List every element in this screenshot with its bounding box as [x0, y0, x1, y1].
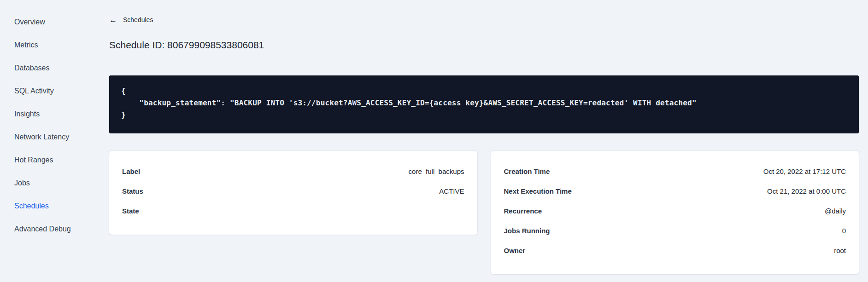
detail-row-label: Creation Time: [504, 167, 550, 175]
sidebar-item[interactable]: Overview: [14, 11, 109, 34]
detail-row: Label core_full_backups: [122, 161, 464, 181]
schedule-details-card: Label core_full_backups Status ACTIVE St…: [109, 151, 477, 235]
detail-row-label: Recurrence: [504, 207, 542, 215]
sidebar-item[interactable]: Advanced Debug: [14, 218, 109, 241]
sidebar-item-label: Network Latency: [14, 133, 69, 141]
detail-row-value: Oct 20, 2022 at 17:12 UTC: [763, 167, 846, 175]
sidebar-item[interactable]: Hot Ranges: [14, 149, 109, 172]
detail-row-label: Jobs Running: [504, 227, 550, 235]
sidebar-item-label: SQL Activity: [14, 87, 54, 95]
detail-row-value: 0: [842, 227, 846, 235]
code-line: {: [121, 85, 847, 97]
schedule-definition-code: { "backup_statement": "BACKUP INTO 's3:/…: [109, 75, 859, 133]
sidebar-item-label: Insights: [14, 110, 40, 118]
page-title: Schedule ID: 806799098533806081: [109, 39, 859, 52]
detail-row-label: State: [122, 207, 139, 215]
sidebar-item-label: Overview: [14, 18, 45, 26]
back-to-schedules-link[interactable]: ← Schedules: [109, 15, 153, 24]
schedule-timing-card: Creation Time Oct 20, 2022 at 17:12 UTC …: [491, 151, 859, 274]
app-root: Overview Metrics Databases SQL Activity …: [0, 0, 868, 282]
sidebar-item[interactable]: Jobs: [14, 172, 109, 195]
main-content: ← Schedules Schedule ID: 806799098533806…: [109, 0, 868, 282]
sidebar-item[interactable]: Schedules: [14, 195, 109, 218]
code-line: "backup_statement": "BACKUP INTO 's3://b…: [121, 97, 847, 109]
detail-row: Next Execution Time Oct 21, 2022 at 0:00…: [504, 181, 846, 201]
detail-row: Creation Time Oct 20, 2022 at 17:12 UTC: [504, 161, 846, 181]
sidebar-nav: Overview Metrics Databases SQL Activity …: [0, 0, 109, 282]
sidebar-item[interactable]: Databases: [14, 57, 109, 80]
detail-row-label: Owner: [504, 247, 526, 254]
code-line: }: [121, 109, 847, 121]
detail-row-value: ACTIVE: [439, 187, 464, 195]
detail-row: Status ACTIVE: [122, 181, 464, 201]
detail-row-value: root: [834, 247, 846, 254]
sidebar-item[interactable]: Network Latency: [14, 126, 109, 149]
back-arrow-icon: ←: [109, 16, 117, 24]
detail-row: Jobs Running 0: [504, 221, 846, 241]
sidebar-item-label: Metrics: [14, 41, 38, 49]
sidebar-item-label: Hot Ranges: [14, 156, 53, 164]
detail-row-value: core_full_backups: [409, 167, 464, 175]
detail-row-label: Next Execution Time: [504, 187, 572, 195]
sidebar-item-label: Advanced Debug: [14, 225, 71, 233]
sidebar-item[interactable]: Metrics: [14, 34, 109, 57]
sidebar-item-label: Jobs: [14, 179, 30, 187]
sidebar-item-label: Schedules: [14, 202, 49, 210]
detail-cards: Label core_full_backups Status ACTIVE St…: [109, 151, 859, 274]
detail-row-value: @daily: [825, 207, 846, 215]
detail-row: Recurrence @daily: [504, 201, 846, 221]
detail-row-value: Oct 21, 2022 at 0:00 UTC: [767, 187, 846, 195]
detail-row: Owner root: [504, 241, 846, 260]
sidebar-item[interactable]: Insights: [14, 103, 109, 126]
back-link-label: Schedules: [123, 16, 153, 23]
detail-row-label: Status: [122, 187, 143, 195]
sidebar-item[interactable]: SQL Activity: [14, 80, 109, 103]
detail-row: State: [122, 201, 464, 221]
sidebar-item-label: Databases: [14, 64, 50, 72]
detail-row-label: Label: [122, 167, 140, 175]
